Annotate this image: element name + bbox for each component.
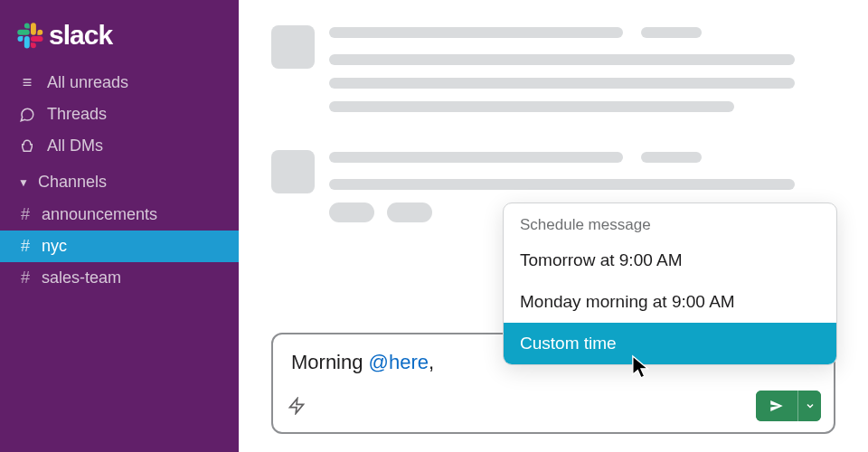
nav-label: All DMs (47, 137, 103, 155)
slack-app: slack ≡ All unreads Threads All DMs ▼ Ch… (0, 0, 868, 452)
placeholder-line (329, 78, 795, 89)
channel-announcements[interactable]: # announcements (0, 199, 239, 231)
nav-label: Threads (47, 105, 107, 124)
brand-name: slack (49, 20, 112, 51)
composer-toolbar (273, 383, 834, 432)
channel-label: announcements (42, 205, 157, 224)
svg-marker-0 (290, 399, 304, 414)
channel-sales-team[interactable]: # sales-team (0, 262, 239, 294)
send-options-button[interactable] (797, 391, 821, 421)
placeholder-line (329, 54, 795, 65)
placeholder-line (329, 179, 795, 190)
reaction-pill (329, 202, 374, 222)
placeholder-line (641, 152, 702, 163)
list-icon: ≡ (18, 73, 36, 92)
placeholder-line (329, 152, 623, 163)
message-row (271, 25, 835, 125)
slack-logo: slack (0, 13, 239, 67)
composer-text-suffix: , (429, 351, 434, 373)
nav-label: All unreads (47, 73, 128, 92)
popover-title: Schedule message (504, 203, 836, 240)
composer-text-prefix: Morning (291, 351, 369, 373)
channel-label: nyc (42, 237, 67, 256)
hash-icon: # (18, 205, 33, 224)
nav-all-unreads[interactable]: ≡ All unreads (0, 67, 239, 99)
schedule-option-monday[interactable]: Monday morning at 9:00 AM (504, 281, 836, 323)
send-button[interactable] (756, 391, 797, 421)
channels-section-header[interactable]: ▼ Channels (0, 162, 239, 199)
slack-icon (16, 22, 43, 49)
reaction-pill (387, 202, 432, 222)
threads-icon (18, 107, 36, 123)
dms-icon (18, 138, 36, 155)
send-button-group (756, 391, 821, 421)
lightning-icon (288, 397, 306, 415)
channels-header-label: Channels (38, 173, 107, 192)
hash-icon: # (18, 237, 33, 256)
shortcuts-button[interactable] (286, 395, 307, 417)
placeholder-line (329, 27, 623, 38)
avatar (271, 25, 315, 69)
placeholder-line (329, 101, 734, 112)
nav-threads[interactable]: Threads (0, 99, 239, 130)
placeholder-line (641, 27, 702, 38)
send-icon (769, 398, 785, 414)
channel-label: sales-team (42, 268, 121, 287)
nav-all-dms[interactable]: All DMs (0, 130, 239, 162)
schedule-option-custom[interactable]: Custom time (504, 323, 836, 364)
message-pane: Morning @here, Schedule message Tomorr (239, 0, 868, 452)
schedule-option-tomorrow[interactable]: Tomorrow at 9:00 AM (504, 240, 836, 281)
chevron-down-icon (805, 400, 816, 411)
message-body (329, 25, 835, 125)
schedule-message-popover: Schedule message Tomorrow at 9:00 AM Mon… (503, 202, 837, 365)
avatar (271, 150, 315, 193)
mention: @here (369, 351, 429, 373)
channel-nyc[interactable]: # nyc (0, 231, 239, 262)
caret-down-icon: ▼ (18, 176, 29, 189)
hash-icon: # (18, 268, 33, 287)
sidebar: slack ≡ All unreads Threads All DMs ▼ Ch… (0, 0, 239, 452)
